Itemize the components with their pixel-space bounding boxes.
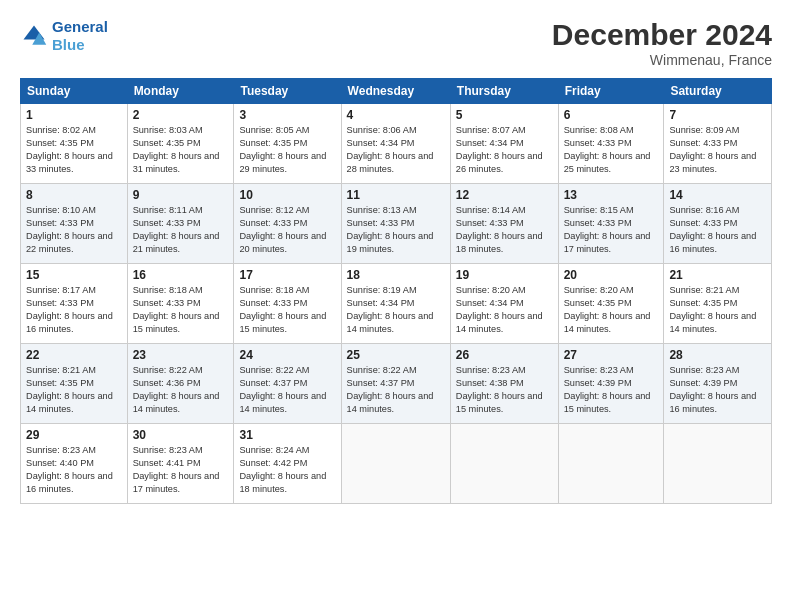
calendar-cell: 5 Sunrise: 8:07 AMSunset: 4:34 PMDayligh… bbox=[450, 104, 558, 184]
calendar-cell: 19 Sunrise: 8:20 AMSunset: 4:34 PMDaylig… bbox=[450, 264, 558, 344]
day-info: Sunrise: 8:05 AMSunset: 4:35 PMDaylight:… bbox=[239, 125, 326, 174]
day-info: Sunrise: 8:18 AMSunset: 4:33 PMDaylight:… bbox=[133, 285, 220, 334]
day-number: 6 bbox=[564, 108, 659, 122]
day-info: Sunrise: 8:02 AMSunset: 4:35 PMDaylight:… bbox=[26, 125, 113, 174]
day-number: 9 bbox=[133, 188, 229, 202]
day-number: 25 bbox=[347, 348, 445, 362]
day-number: 30 bbox=[133, 428, 229, 442]
day-info: Sunrise: 8:22 AMSunset: 4:37 PMDaylight:… bbox=[347, 365, 434, 414]
day-info: Sunrise: 8:13 AMSunset: 4:33 PMDaylight:… bbox=[347, 205, 434, 254]
day-info: Sunrise: 8:10 AMSunset: 4:33 PMDaylight:… bbox=[26, 205, 113, 254]
day-number: 24 bbox=[239, 348, 335, 362]
calendar-cell: 26 Sunrise: 8:23 AMSunset: 4:38 PMDaylig… bbox=[450, 344, 558, 424]
col-monday: Monday bbox=[127, 79, 234, 104]
day-number: 8 bbox=[26, 188, 122, 202]
day-number: 27 bbox=[564, 348, 659, 362]
day-info: Sunrise: 8:20 AMSunset: 4:34 PMDaylight:… bbox=[456, 285, 543, 334]
logo: General Blue bbox=[20, 18, 108, 54]
col-friday: Friday bbox=[558, 79, 664, 104]
calendar-cell: 14 Sunrise: 8:16 AMSunset: 4:33 PMDaylig… bbox=[664, 184, 772, 264]
calendar-cell: 1 Sunrise: 8:02 AMSunset: 4:35 PMDayligh… bbox=[21, 104, 128, 184]
calendar-cell: 22 Sunrise: 8:21 AMSunset: 4:35 PMDaylig… bbox=[21, 344, 128, 424]
calendar-cell bbox=[558, 424, 664, 504]
day-number: 17 bbox=[239, 268, 335, 282]
day-info: Sunrise: 8:22 AMSunset: 4:36 PMDaylight:… bbox=[133, 365, 220, 414]
month-title: December 2024 bbox=[552, 18, 772, 52]
day-number: 21 bbox=[669, 268, 766, 282]
day-info: Sunrise: 8:19 AMSunset: 4:34 PMDaylight:… bbox=[347, 285, 434, 334]
day-info: Sunrise: 8:11 AMSunset: 4:33 PMDaylight:… bbox=[133, 205, 220, 254]
day-number: 7 bbox=[669, 108, 766, 122]
day-number: 28 bbox=[669, 348, 766, 362]
calendar-cell: 12 Sunrise: 8:14 AMSunset: 4:33 PMDaylig… bbox=[450, 184, 558, 264]
day-number: 3 bbox=[239, 108, 335, 122]
day-info: Sunrise: 8:23 AMSunset: 4:39 PMDaylight:… bbox=[669, 365, 756, 414]
calendar-cell: 24 Sunrise: 8:22 AMSunset: 4:37 PMDaylig… bbox=[234, 344, 341, 424]
calendar-cell bbox=[450, 424, 558, 504]
calendar-cell: 16 Sunrise: 8:18 AMSunset: 4:33 PMDaylig… bbox=[127, 264, 234, 344]
page-header: General Blue December 2024 Wimmenau, Fra… bbox=[20, 18, 772, 68]
calendar-cell: 7 Sunrise: 8:09 AMSunset: 4:33 PMDayligh… bbox=[664, 104, 772, 184]
calendar-cell: 13 Sunrise: 8:15 AMSunset: 4:33 PMDaylig… bbox=[558, 184, 664, 264]
day-number: 16 bbox=[133, 268, 229, 282]
day-info: Sunrise: 8:24 AMSunset: 4:42 PMDaylight:… bbox=[239, 445, 326, 494]
day-info: Sunrise: 8:16 AMSunset: 4:33 PMDaylight:… bbox=[669, 205, 756, 254]
day-info: Sunrise: 8:22 AMSunset: 4:37 PMDaylight:… bbox=[239, 365, 326, 414]
day-number: 13 bbox=[564, 188, 659, 202]
day-number: 31 bbox=[239, 428, 335, 442]
day-info: Sunrise: 8:23 AMSunset: 4:38 PMDaylight:… bbox=[456, 365, 543, 414]
day-number: 26 bbox=[456, 348, 553, 362]
calendar-table: Sunday Monday Tuesday Wednesday Thursday… bbox=[20, 78, 772, 504]
day-info: Sunrise: 8:21 AMSunset: 4:35 PMDaylight:… bbox=[669, 285, 756, 334]
day-info: Sunrise: 8:08 AMSunset: 4:33 PMDaylight:… bbox=[564, 125, 651, 174]
day-number: 2 bbox=[133, 108, 229, 122]
day-info: Sunrise: 8:03 AMSunset: 4:35 PMDaylight:… bbox=[133, 125, 220, 174]
calendar-week-row: 22 Sunrise: 8:21 AMSunset: 4:35 PMDaylig… bbox=[21, 344, 772, 424]
day-info: Sunrise: 8:23 AMSunset: 4:40 PMDaylight:… bbox=[26, 445, 113, 494]
day-number: 5 bbox=[456, 108, 553, 122]
calendar-cell: 18 Sunrise: 8:19 AMSunset: 4:34 PMDaylig… bbox=[341, 264, 450, 344]
calendar-cell: 8 Sunrise: 8:10 AMSunset: 4:33 PMDayligh… bbox=[21, 184, 128, 264]
calendar-cell: 30 Sunrise: 8:23 AMSunset: 4:41 PMDaylig… bbox=[127, 424, 234, 504]
day-number: 14 bbox=[669, 188, 766, 202]
calendar-week-row: 1 Sunrise: 8:02 AMSunset: 4:35 PMDayligh… bbox=[21, 104, 772, 184]
calendar-cell: 11 Sunrise: 8:13 AMSunset: 4:33 PMDaylig… bbox=[341, 184, 450, 264]
day-info: Sunrise: 8:21 AMSunset: 4:35 PMDaylight:… bbox=[26, 365, 113, 414]
day-info: Sunrise: 8:14 AMSunset: 4:33 PMDaylight:… bbox=[456, 205, 543, 254]
calendar-cell: 25 Sunrise: 8:22 AMSunset: 4:37 PMDaylig… bbox=[341, 344, 450, 424]
day-info: Sunrise: 8:09 AMSunset: 4:33 PMDaylight:… bbox=[669, 125, 756, 174]
calendar-cell: 17 Sunrise: 8:18 AMSunset: 4:33 PMDaylig… bbox=[234, 264, 341, 344]
day-number: 12 bbox=[456, 188, 553, 202]
logo-text: General Blue bbox=[52, 18, 108, 54]
calendar-week-row: 15 Sunrise: 8:17 AMSunset: 4:33 PMDaylig… bbox=[21, 264, 772, 344]
day-info: Sunrise: 8:20 AMSunset: 4:35 PMDaylight:… bbox=[564, 285, 651, 334]
day-info: Sunrise: 8:23 AMSunset: 4:39 PMDaylight:… bbox=[564, 365, 651, 414]
calendar-cell: 20 Sunrise: 8:20 AMSunset: 4:35 PMDaylig… bbox=[558, 264, 664, 344]
day-info: Sunrise: 8:18 AMSunset: 4:33 PMDaylight:… bbox=[239, 285, 326, 334]
day-number: 19 bbox=[456, 268, 553, 282]
day-info: Sunrise: 8:07 AMSunset: 4:34 PMDaylight:… bbox=[456, 125, 543, 174]
calendar-cell: 2 Sunrise: 8:03 AMSunset: 4:35 PMDayligh… bbox=[127, 104, 234, 184]
col-sunday: Sunday bbox=[21, 79, 128, 104]
calendar-cell: 23 Sunrise: 8:22 AMSunset: 4:36 PMDaylig… bbox=[127, 344, 234, 424]
day-number: 1 bbox=[26, 108, 122, 122]
calendar-week-row: 29 Sunrise: 8:23 AMSunset: 4:40 PMDaylig… bbox=[21, 424, 772, 504]
day-info: Sunrise: 8:17 AMSunset: 4:33 PMDaylight:… bbox=[26, 285, 113, 334]
day-info: Sunrise: 8:06 AMSunset: 4:34 PMDaylight:… bbox=[347, 125, 434, 174]
calendar-cell: 15 Sunrise: 8:17 AMSunset: 4:33 PMDaylig… bbox=[21, 264, 128, 344]
calendar-cell bbox=[341, 424, 450, 504]
calendar-cell: 3 Sunrise: 8:05 AMSunset: 4:35 PMDayligh… bbox=[234, 104, 341, 184]
day-number: 22 bbox=[26, 348, 122, 362]
day-info: Sunrise: 8:23 AMSunset: 4:41 PMDaylight:… bbox=[133, 445, 220, 494]
day-number: 11 bbox=[347, 188, 445, 202]
calendar-cell: 4 Sunrise: 8:06 AMSunset: 4:34 PMDayligh… bbox=[341, 104, 450, 184]
day-number: 4 bbox=[347, 108, 445, 122]
calendar-cell: 31 Sunrise: 8:24 AMSunset: 4:42 PMDaylig… bbox=[234, 424, 341, 504]
title-block: December 2024 Wimmenau, France bbox=[552, 18, 772, 68]
day-number: 15 bbox=[26, 268, 122, 282]
location: Wimmenau, France bbox=[552, 52, 772, 68]
day-number: 23 bbox=[133, 348, 229, 362]
calendar-cell: 6 Sunrise: 8:08 AMSunset: 4:33 PMDayligh… bbox=[558, 104, 664, 184]
col-thursday: Thursday bbox=[450, 79, 558, 104]
calendar-cell: 9 Sunrise: 8:11 AMSunset: 4:33 PMDayligh… bbox=[127, 184, 234, 264]
